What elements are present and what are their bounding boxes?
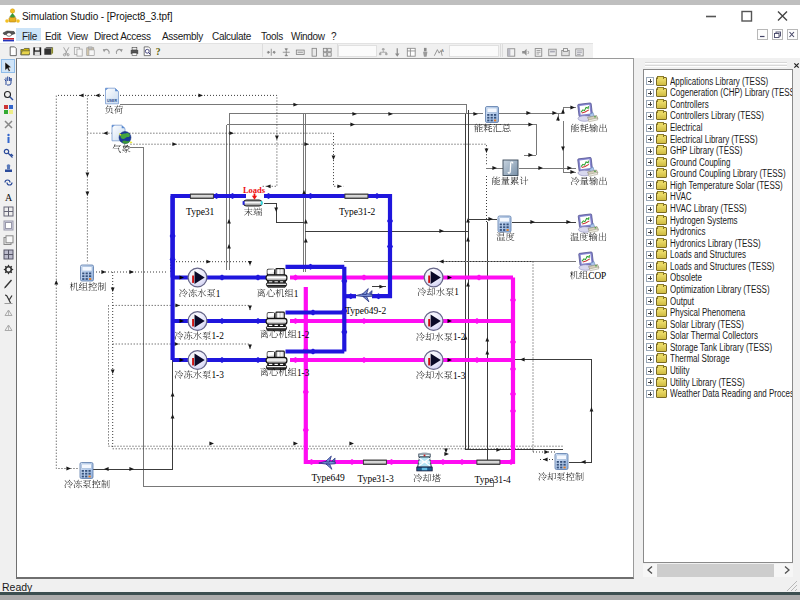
svg-text:1-2: 1-2 [453, 332, 466, 342]
svg-text:1-2: 1-2 [211, 331, 224, 341]
svg-text:USER: USER [107, 99, 117, 103]
svg-text:Type31-3: Type31-3 [358, 474, 395, 484]
svg-text:Type31-4: Type31-4 [475, 475, 512, 485]
svg-text:1-3: 1-3 [211, 370, 224, 380]
svg-text:1-3: 1-3 [453, 371, 466, 381]
svg-text:1-3: 1-3 [297, 368, 310, 378]
svg-text:Loads: Loads [243, 185, 266, 195]
svg-text:1: 1 [216, 289, 221, 299]
svg-text:Type31: Type31 [186, 207, 215, 217]
svg-text:1: 1 [294, 289, 299, 299]
svg-text:COP: COP [588, 271, 606, 281]
svg-text:1: 1 [454, 287, 459, 297]
svg-text:Type649: Type649 [312, 473, 345, 483]
svg-text:1-2: 1-2 [297, 330, 310, 340]
svg-text:Type31-2: Type31-2 [339, 207, 376, 217]
svg-text:Type649-2: Type649-2 [345, 306, 386, 316]
